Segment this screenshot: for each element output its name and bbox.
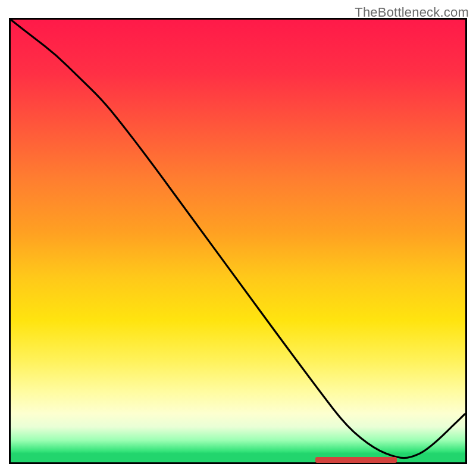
stage: TheBottleneck.com <box>0 0 476 476</box>
optimal-range-marker <box>315 457 397 463</box>
curve-svg <box>11 20 465 462</box>
curve-path <box>11 20 465 458</box>
plot-area <box>9 18 467 464</box>
